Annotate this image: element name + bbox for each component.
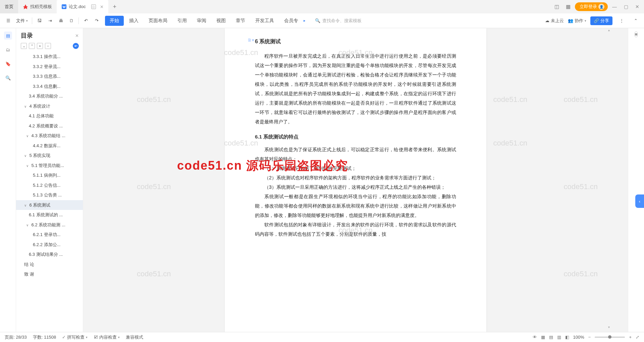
close-window-icon[interactable]: ✕	[633, 2, 642, 11]
paragraph: （1）系统测试它包括了端到端的完整测试；	[255, 164, 456, 173]
outline-item[interactable]: 4.2 系统概要设 ...	[16, 121, 83, 131]
share-button[interactable]: 🔗分享	[590, 16, 612, 25]
remove-heading-icon[interactable]: −	[45, 43, 51, 49]
tab-devtools[interactable]: 开发工具	[251, 16, 279, 26]
outline-item[interactable]: 6.1 系统测试的 ...	[16, 210, 83, 220]
draft-view-icon[interactable]: ◧	[565, 335, 569, 340]
search-input[interactable]: 🔍 查找命令、搜索模板	[312, 17, 365, 25]
undo-icon[interactable]: ↶	[81, 16, 91, 26]
split-view-icon[interactable]: ◫	[91, 4, 96, 9]
outline-view-icon[interactable]: ▥	[557, 335, 561, 340]
export-icon[interactable]: ⇥	[45, 16, 55, 26]
maximize-icon[interactable]: ▢	[621, 2, 631, 11]
outline-item[interactable]: ∨ 6.2 系统功能测 ...	[16, 220, 83, 230]
expand-all-icon[interactable]: ⌃	[29, 43, 35, 49]
outline-item[interactable]: ∨ 5.1 管理员功能...	[16, 161, 83, 171]
cloud-icon: ☁	[545, 18, 549, 23]
page-indicator[interactable]: 页面: 28/33	[5, 334, 27, 340]
outline-item[interactable]: ∨ 5 系统实现	[16, 151, 83, 161]
outline-item[interactable]: 4.4.2 数据库...	[16, 141, 83, 151]
outline-item[interactable]: 致 谢	[16, 269, 83, 279]
redo-icon[interactable]: ↷	[92, 16, 102, 26]
scrollbar[interactable]: ▴▾	[606, 28, 611, 332]
edge-expand-icon[interactable]: ‹	[635, 194, 644, 208]
search-placeholder: 查找命令、搜索模板	[322, 18, 362, 24]
fit-page-icon[interactable]: ⤢	[636, 335, 639, 340]
page: 🗎▾ 6 系统测试 程序软件一旦被开发完成之后，在真正投入日常生活中进行运行使用…	[225, 28, 486, 332]
outline-item[interactable]: 5.1.3 公告类 ...	[16, 190, 83, 200]
zoom-out-icon[interactable]: −	[588, 335, 591, 340]
tab-layout[interactable]: 页面布局	[144, 16, 172, 26]
panel-close-icon[interactable]: ✕	[75, 33, 79, 38]
settings-panel-icon[interactable]: ≡	[635, 32, 638, 37]
file-button[interactable]: 文件▾	[14, 18, 30, 24]
collab-button[interactable]: 👥协作▾	[568, 18, 586, 24]
outline-item[interactable]: 结 论	[16, 260, 83, 270]
minimize-icon[interactable]: —	[610, 2, 619, 11]
outline-item[interactable]: 5.1.1 病例列...	[16, 170, 83, 180]
print-icon[interactable]: 🖶	[56, 16, 66, 26]
content-check-icon: 🗹	[94, 335, 98, 340]
outline-item[interactable]: 3.3.2 登录流...	[16, 62, 83, 72]
preview-icon[interactable]: 🗋	[66, 16, 76, 26]
zoom-level[interactable]: 100%	[573, 335, 584, 340]
reading-view-icon[interactable]: 👁	[533, 335, 537, 340]
outline-item[interactable]: ∨ 4 系统设计	[16, 101, 83, 111]
tab-start[interactable]: 开始	[105, 16, 124, 26]
tab-home[interactable]: 首页	[0, 0, 18, 13]
cloud-button[interactable]: ☁未上云	[545, 18, 564, 24]
tab-template[interactable]: 找稻壳模板	[18, 0, 57, 13]
compat-mode[interactable]: 兼容模式	[126, 334, 143, 340]
paragraph: 系统测试也是为了保证系统正式上线后，可以稳定正常运行，给使用者带来便利。系统测试…	[255, 145, 456, 164]
tab-review[interactable]: 审阅	[192, 16, 211, 26]
outline-item[interactable]: 5.1.2 公告信...	[16, 180, 83, 190]
apps-icon[interactable]: ▦	[564, 2, 573, 11]
outline-item[interactable]: ∨ 4.3 系统功能结 ...	[16, 131, 83, 141]
save-icon[interactable]: 🖫	[34, 16, 44, 26]
watermark: code51.cn	[564, 95, 598, 104]
document-area[interactable]: 🗎▾ 6 系统测试 程序软件一旦被开发完成之后，在真正投入日常生活中进行运行使用…	[83, 28, 628, 332]
word-count[interactable]: 字数: 11508	[33, 334, 56, 340]
outline-item[interactable]: 3.3.4 信息删...	[16, 81, 83, 92]
collab-icon: 👥	[568, 18, 573, 23]
tab-add-button[interactable]: +	[108, 3, 121, 10]
outline-item[interactable]: 6.2.2 添加公...	[16, 240, 83, 250]
zoom-slider[interactable]	[595, 337, 625, 338]
outline-list[interactable]: 3.3.1 操作流...3.3.2 登录流...3.3.3 信息添...3.3.…	[16, 52, 83, 332]
outline-icon[interactable]: ▤	[4, 32, 12, 40]
tab-close-icon[interactable]: ✕	[100, 4, 104, 9]
outline-item[interactable]: ∨ 6 系统测试	[16, 200, 83, 210]
bookmark-icon[interactable]: 🔖	[4, 60, 12, 68]
outline-item[interactable]: 4.1 总体功能	[16, 111, 83, 121]
more-icon[interactable]: ⋮	[616, 16, 627, 26]
find-icon[interactable]: 🔍	[4, 74, 12, 82]
tab-view[interactable]: 视图	[212, 16, 230, 26]
content-check-button[interactable]: 🗹内容检查▾	[94, 334, 120, 340]
tab-member[interactable]: 会员专	[279, 16, 303, 26]
paragraph-marker-icon[interactable]: 🗎▾	[248, 38, 254, 43]
outline-item[interactable]: 6.3 测试结果分 ...	[16, 249, 83, 260]
help-icon[interactable]: ●•	[73, 43, 79, 49]
tab-insert[interactable]: 插入	[124, 16, 143, 26]
menu-icon[interactable]: ☰	[3, 16, 13, 26]
outline-item[interactable]: 6.2.1 登录功...	[16, 230, 83, 240]
paragraph: 程序软件一旦被开发完成之后，在真正投入日常生活中进行运行使用之前，是必须要经历测…	[255, 51, 456, 126]
tab-reference[interactable]: 引用	[173, 16, 192, 26]
layout-icon[interactable]: ◫	[552, 2, 561, 11]
collapse-ribbon-icon[interactable]: ⌃	[631, 16, 641, 26]
tab-document[interactable]: 论文.doc ◫ ✕	[57, 0, 108, 13]
web-layout-icon[interactable]: ▤	[549, 335, 553, 340]
share-label: 分享	[600, 18, 609, 24]
outline-title: 目录	[21, 32, 33, 40]
outline-item[interactable]: 3.3.3 信息添...	[16, 71, 83, 81]
add-heading-icon[interactable]: +	[37, 43, 43, 49]
print-layout-icon[interactable]: ▦	[541, 335, 545, 340]
login-button[interactable]: 立即登录 👤	[575, 2, 608, 11]
zoom-in-icon[interactable]: +	[629, 335, 632, 340]
clipboard-icon[interactable]: 🗂	[4, 46, 12, 54]
tab-chapter[interactable]: 章节	[231, 16, 250, 26]
outline-item[interactable]: 3.3.1 操作流...	[16, 52, 83, 62]
collapse-all-icon[interactable]: ⌄	[21, 43, 27, 49]
outline-item[interactable]: 3.4 系统功能分 ...	[16, 91, 83, 101]
spellcheck-button[interactable]: ✓拼写检查▾	[62, 334, 88, 340]
